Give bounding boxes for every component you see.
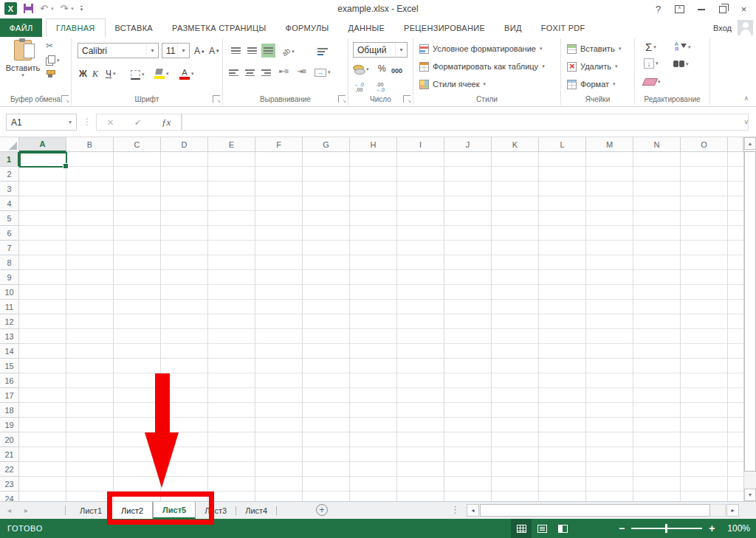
ribbon-tab-главная[interactable]: ГЛАВНАЯ — [46, 18, 106, 37]
row-header-9[interactable]: 9 — [0, 270, 19, 285]
row-header-4[interactable]: 4 — [0, 196, 19, 211]
selected-cell-a1[interactable] — [19, 152, 67, 168]
sheet-tab-лист3[interactable]: Лист3 — [196, 502, 236, 519]
column-header-f[interactable]: F — [255, 137, 303, 152]
zoom-out-button[interactable]: − — [619, 523, 625, 534]
number-format-dropdown-icon[interactable]: ▾ — [395, 43, 407, 57]
vertical-scrollbar-thumb[interactable] — [744, 151, 756, 472]
ribbon-tab-вид[interactable]: ВИД — [495, 18, 532, 37]
next-sheet-icon[interactable]: ▸ — [24, 506, 28, 514]
clipboard-dialog-launcher-icon[interactable]: ↘ — [61, 95, 69, 103]
align-bottom-button[interactable] — [261, 43, 275, 58]
paste-dropdown-icon[interactable]: ▾ — [4, 72, 41, 78]
name-box-dropdown-icon[interactable]: ▾ — [64, 119, 76, 125]
wrap-text-button[interactable] — [317, 44, 328, 59]
align-middle-button[interactable] — [245, 43, 259, 58]
enter-icon[interactable]: ✓ — [134, 117, 142, 128]
font-family-dropdown-icon[interactable]: ▾ — [146, 44, 158, 58]
delete-cells-button[interactable]: Удалить▾ — [567, 59, 618, 74]
column-header-a[interactable]: A — [19, 137, 66, 152]
row-header-6[interactable]: 6 — [0, 226, 19, 241]
row-header-2[interactable]: 2 — [0, 167, 19, 182]
number-dialog-launcher-icon[interactable]: ↘ — [403, 95, 410, 103]
column-header-e[interactable]: E — [208, 137, 255, 152]
horizontal-scrollbar-thumb[interactable] — [480, 504, 710, 517]
zoom-slider-handle[interactable] — [665, 524, 667, 533]
sheet-tab-лист1[interactable]: Лист1 — [71, 502, 111, 519]
font-color-button[interactable]: А▾ — [179, 66, 194, 81]
copy-button[interactable]: ▾ — [46, 55, 60, 65]
row-header-11[interactable]: 11 — [0, 300, 19, 314]
row-header-15[interactable]: 15 — [0, 359, 19, 373]
sheet-tab-лист5[interactable]: Лист5 — [153, 502, 196, 519]
restore-button[interactable] — [712, 0, 733, 18]
row-header-16[interactable]: 16 — [0, 373, 19, 388]
borders-button[interactable]: ▾ — [131, 67, 145, 82]
conditional-formatting-button[interactable]: Условное форматирование▾ — [419, 41, 542, 56]
column-header-g[interactable]: G — [303, 137, 350, 152]
row-header-12[interactable]: 12 — [0, 314, 19, 329]
row-header-21[interactable]: 21 — [0, 447, 19, 462]
minimize-button[interactable] — [690, 0, 712, 18]
autosum-button[interactable]: Σ▾ — [645, 41, 656, 52]
merge-center-button[interactable]: ↔▾ — [315, 65, 331, 80]
formula-input[interactable] — [182, 114, 749, 131]
column-header-n[interactable]: N — [633, 137, 681, 152]
row-header-18[interactable]: 18 — [0, 403, 19, 418]
page-break-view-button[interactable] — [552, 519, 573, 538]
column-header-c[interactable]: C — [114, 137, 161, 152]
close-button[interactable]: × — [733, 0, 755, 18]
align-center-button[interactable] — [245, 65, 255, 80]
column-header-partial[interactable] — [728, 137, 743, 152]
insert-cells-button[interactable]: Вставить▾ — [567, 41, 621, 56]
sheet-tab-лист4[interactable]: Лист4 — [236, 502, 276, 519]
vertical-scrollbar[interactable]: ▲ ▼ — [743, 137, 756, 501]
scroll-up-icon[interactable]: ▲ — [744, 137, 756, 150]
ribbon-tab-вставка[interactable]: ВСТАВКА — [106, 18, 162, 37]
percent-style-button[interactable]: % — [378, 61, 386, 76]
clear-button[interactable]: ▾ — [644, 78, 661, 86]
increase-decimal-button[interactable]: ←.0,00 — [354, 80, 364, 94]
column-header-i[interactable]: I — [397, 137, 444, 152]
select-all-corner[interactable] — [0, 137, 19, 152]
normal-view-button[interactable] — [511, 519, 532, 538]
cut-icon[interactable]: ✂ — [46, 41, 53, 50]
number-format-combobox[interactable]: Общий▾ — [353, 42, 408, 58]
tab-bar-splitter[interactable]: ⋮ — [450, 504, 460, 516]
collapse-ribbon-icon[interactable]: ∧ — [743, 94, 749, 102]
font-dialog-launcher-icon[interactable]: ↘ — [213, 95, 220, 103]
row-header-5[interactable]: 5 — [0, 211, 19, 226]
decrease-indent-button[interactable]: ⇤≡ — [279, 63, 288, 78]
row-header-23[interactable]: 23 — [0, 477, 19, 492]
underline-dropdown-icon[interactable]: ▾ — [113, 71, 116, 77]
increase-font-button[interactable]: A▴ — [194, 44, 205, 58]
ribbon-tab-разметка-страницы[interactable]: РАЗМЕТКА СТРАНИЦЫ — [162, 18, 276, 37]
zoom-level[interactable]: 100% — [727, 519, 750, 538]
new-sheet-button[interactable]: + — [316, 504, 328, 516]
underline-button[interactable]: Ч▾ — [106, 66, 116, 81]
cancel-icon[interactable]: ✕ — [107, 117, 114, 128]
row-header-13[interactable]: 13 — [0, 329, 19, 344]
increase-indent-button[interactable]: ⇥≡ — [297, 63, 306, 78]
row-header-17[interactable]: 17 — [0, 388, 19, 403]
paste-button[interactable]: Вставить ▾ — [4, 40, 41, 78]
ribbon-tab-file[interactable]: ФАЙЛ — [0, 18, 42, 37]
format-painter-icon[interactable] — [46, 70, 55, 77]
fill-handle[interactable] — [63, 163, 69, 169]
ribbon-tab-формулы[interactable]: ФОРМУЛЫ — [276, 18, 339, 37]
zoom-slider[interactable] — [631, 528, 702, 529]
cells-area[interactable] — [19, 152, 743, 501]
row-header-8[interactable]: 8 — [0, 255, 19, 270]
sign-in[interactable]: Вход — [713, 18, 756, 37]
accounting-format-button[interactable]: ▾ — [353, 62, 369, 77]
name-box[interactable]: A1 ▾ — [6, 114, 77, 131]
zoom-in-button[interactable]: + — [709, 523, 715, 534]
align-left-button[interactable] — [229, 65, 238, 80]
scroll-right-icon[interactable]: ▸ — [726, 504, 739, 517]
ribbon-tab-foxit-pdf[interactable]: FOXIT PDF — [532, 18, 595, 37]
orientation-button[interactable]: ab▾ — [282, 44, 295, 59]
column-header-k[interactable]: K — [492, 137, 539, 152]
align-right-button[interactable] — [261, 65, 271, 80]
find-select-button[interactable]: ▾ — [673, 61, 689, 67]
previous-sheet-icon[interactable]: ◂ — [7, 506, 11, 514]
